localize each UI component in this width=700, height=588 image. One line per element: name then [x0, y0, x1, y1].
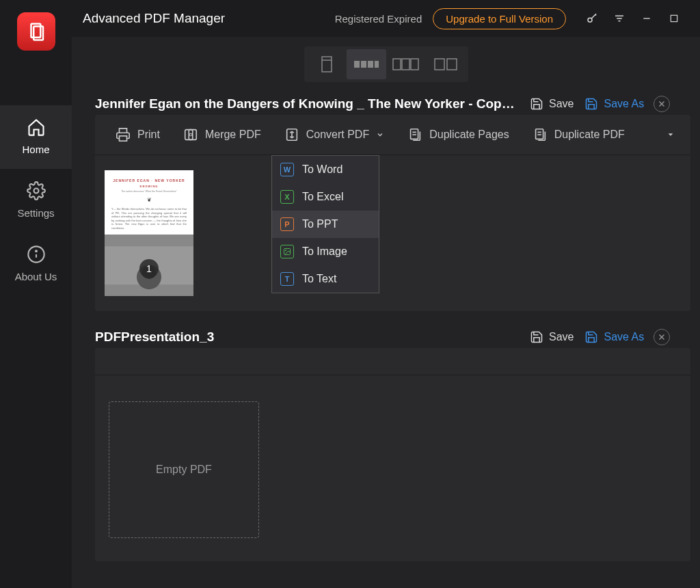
- save-icon: [530, 330, 543, 344]
- sidebar-item-label: About Us: [15, 271, 57, 282]
- document-title: Jennifer Egan on the Dangers of Knowing …: [95, 96, 519, 111]
- empty-pdf-dropzone[interactable]: Empty PDF: [109, 401, 259, 538]
- svg-point-41: [285, 250, 286, 251]
- close-icon: [658, 100, 666, 108]
- svg-rect-11: [671, 15, 677, 21]
- save-icon: [530, 97, 543, 111]
- maximize-icon[interactable]: [667, 12, 681, 25]
- text-icon: T: [280, 272, 294, 286]
- page-thumbnail[interactable]: JENNIFER EGAN ◦ NEW YORKER KNOWING The a…: [105, 170, 193, 296]
- save-as-button[interactable]: Save As: [584, 330, 644, 344]
- svg-rect-20: [411, 59, 418, 70]
- convert-to-excel[interactable]: X To Excel: [272, 183, 379, 211]
- close-icon: [658, 333, 666, 341]
- registration-status: Registered Expired: [335, 13, 422, 25]
- upgrade-button[interactable]: Upgrade to Full Version: [433, 8, 566, 29]
- document-toolbar: [95, 348, 690, 375]
- excel-icon: X: [280, 190, 294, 204]
- svg-rect-16: [368, 61, 373, 68]
- svg-rect-19: [402, 59, 409, 70]
- ppt-icon: P: [280, 217, 294, 231]
- svg-rect-17: [375, 61, 379, 68]
- svg-point-5: [36, 250, 37, 252]
- convert-to-word[interactable]: W To Word: [272, 156, 379, 183]
- sidebar-item-label: Home: [22, 144, 49, 155]
- merge-button[interactable]: Merge PDF: [174, 122, 271, 148]
- content: Jennifer Egan on the Dangers of Knowing …: [72, 82, 700, 588]
- convert-to-ppt[interactable]: P To PPT: [272, 211, 379, 238]
- svg-rect-14: [354, 61, 360, 68]
- home-icon: [27, 118, 46, 137]
- print-icon: [116, 127, 131, 142]
- convert-to-image[interactable]: To Image: [272, 238, 379, 265]
- document-panel: Print Merge PDF Convert PDF Duplicate Pa…: [95, 115, 690, 311]
- convert-icon: [284, 127, 299, 142]
- menu-icon[interactable]: [612, 12, 626, 25]
- app-logo: [17, 12, 55, 51]
- duplicate-pdf-button[interactable]: Duplicate PDF: [523, 122, 634, 148]
- merge-icon: [183, 127, 198, 142]
- minimize-icon[interactable]: [640, 12, 654, 25]
- convert-to-text[interactable]: T To Text: [272, 265, 379, 293]
- document-toolbar: Print Merge PDF Convert PDF Duplicate Pa…: [95, 115, 690, 155]
- app-title: Advanced PDF Manager: [83, 11, 225, 26]
- duplicate-pages-icon: [407, 127, 422, 142]
- duplicate-pdf-icon: [533, 127, 548, 142]
- close-document-button[interactable]: [654, 329, 670, 345]
- gear-icon: [27, 181, 46, 200]
- caret-down-icon: [667, 131, 674, 138]
- svg-rect-30: [411, 129, 418, 139]
- chevron-down-icon: [376, 131, 384, 139]
- svg-marker-36: [669, 133, 673, 135]
- save-as-icon: [584, 330, 598, 344]
- panel-body: JENNIFER EGAN ◦ NEW YORKER KNOWING The a…: [95, 155, 690, 311]
- view-two-up[interactable]: [426, 49, 466, 79]
- sidebar-item-settings[interactable]: Settings: [0, 169, 72, 232]
- page-number-badge: 1: [139, 259, 159, 278]
- print-button[interactable]: Print: [106, 122, 170, 148]
- main-area: Advanced PDF Manager Registered Expired …: [72, 0, 700, 588]
- svg-point-2: [33, 189, 38, 193]
- toolbar-overflow-button[interactable]: [662, 123, 679, 146]
- close-document-button[interactable]: [654, 96, 670, 112]
- view-thumbnails[interactable]: [347, 49, 386, 79]
- svg-rect-18: [393, 59, 401, 70]
- document-panel: Empty PDF: [95, 348, 690, 561]
- svg-rect-33: [535, 129, 543, 139]
- view-switcher: [304, 46, 468, 82]
- titlebar: Advanced PDF Manager Registered Expired …: [72, 0, 700, 37]
- save-as-icon: [584, 97, 598, 111]
- convert-button[interactable]: Convert PDF: [275, 122, 394, 148]
- document-title: PDFPresentation_3: [95, 330, 519, 345]
- document-header: PDFPresentation_3 Save Save As: [95, 329, 690, 345]
- view-grid[interactable]: [386, 49, 426, 79]
- sidebar-item-about[interactable]: About Us: [0, 232, 72, 296]
- save-as-button[interactable]: Save As: [584, 97, 644, 111]
- sidebar-item-home[interactable]: Home: [0, 105, 72, 169]
- svg-rect-21: [435, 59, 444, 70]
- duplicate-pages-button[interactable]: Duplicate Pages: [398, 122, 519, 148]
- word-icon: W: [280, 163, 294, 176]
- info-icon: [27, 245, 46, 264]
- sidebar: Home Settings About Us: [0, 0, 72, 588]
- sidebar-item-label: Settings: [17, 207, 54, 219]
- key-icon[interactable]: [585, 12, 599, 25]
- svg-rect-25: [120, 136, 127, 141]
- svg-rect-12: [322, 57, 332, 72]
- svg-rect-15: [361, 61, 366, 68]
- svg-rect-22: [447, 59, 457, 70]
- convert-dropdown-menu: W To Word X To Excel P To PPT To Image: [271, 155, 379, 293]
- view-single[interactable]: [307, 49, 347, 79]
- document-header: Jennifer Egan on the Dangers of Knowing …: [95, 96, 690, 112]
- image-icon: [280, 245, 294, 258]
- save-button[interactable]: Save: [530, 330, 574, 344]
- panel-body: Empty PDF: [95, 375, 690, 561]
- save-button[interactable]: Save: [530, 97, 574, 111]
- svg-point-6: [588, 18, 592, 22]
